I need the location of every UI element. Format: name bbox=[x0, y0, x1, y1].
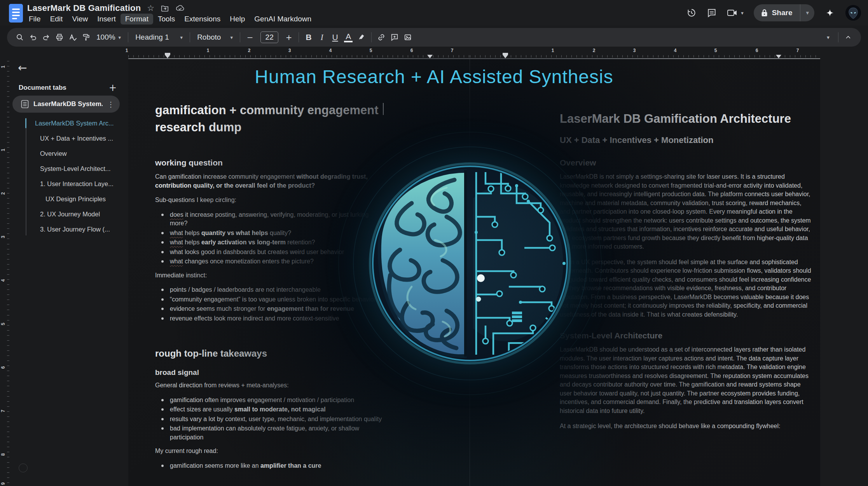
meet-caret-icon[interactable]: ▾ bbox=[741, 10, 744, 16]
undo-icon[interactable] bbox=[26, 31, 40, 44]
insert-image-icon[interactable] bbox=[401, 31, 414, 44]
redo-icon[interactable] bbox=[40, 31, 53, 44]
indent-marker[interactable] bbox=[503, 55, 508, 58]
menu-genai-markdown[interactable]: GenAI Markdown bbox=[250, 14, 316, 24]
add-tab-button[interactable]: + bbox=[109, 82, 117, 93]
indent-marker[interactable] bbox=[427, 55, 433, 58]
bullet-dot bbox=[155, 405, 170, 414]
page-seam bbox=[470, 59, 470, 486]
insert-link-icon[interactable] bbox=[375, 31, 388, 44]
increase-font-size-button[interactable]: + bbox=[282, 31, 295, 44]
bullet-item: bad implementation can absolutely create… bbox=[155, 424, 404, 442]
bold-button[interactable]: B bbox=[302, 33, 315, 42]
ruler-h-label: 1 bbox=[207, 48, 210, 53]
outline-item-6[interactable]: UX Design Principles bbox=[12, 192, 123, 207]
zoom-select[interactable]: 100% ▾ bbox=[93, 33, 125, 42]
cloud-status-icon[interactable] bbox=[175, 4, 185, 12]
paragraph-style-select[interactable]: Heading 1 ▾ bbox=[131, 33, 187, 42]
outline-item-1[interactable]: LaserMarkDB System Arc... bbox=[12, 116, 123, 131]
bullet-dot bbox=[155, 462, 170, 470]
avatar[interactable] bbox=[845, 5, 861, 21]
text-run: amplifier than a cure bbox=[260, 462, 321, 469]
print-icon[interactable] bbox=[53, 31, 66, 44]
bullet-item: gamification seems more like an amplifie… bbox=[155, 462, 404, 470]
block-bullets: gamification often improves engagement /… bbox=[155, 396, 404, 442]
explore-button[interactable] bbox=[19, 463, 28, 472]
ruler-h-label: 2 bbox=[593, 48, 596, 53]
bullet-text: points / badges / leaderboards are not i… bbox=[170, 286, 404, 294]
text-run: research dump bbox=[155, 120, 241, 134]
move-folder-icon[interactable] bbox=[161, 4, 169, 12]
zoom-value: 100% bbox=[96, 33, 115, 42]
paint-format-icon[interactable] bbox=[79, 31, 93, 44]
menu-tools[interactable]: Tools bbox=[153, 14, 180, 24]
text-run: what bbox=[170, 230, 183, 236]
menu-edit[interactable]: Edit bbox=[45, 14, 68, 24]
text-cursor bbox=[383, 103, 384, 115]
document-main-headline[interactable]: Human Research + AI Assisted Synthesis bbox=[0, 66, 868, 87]
back-arrow-button[interactable]: ← bbox=[18, 61, 27, 74]
add-comment-icon[interactable] bbox=[388, 31, 401, 44]
tab-options-kebab-icon[interactable]: ⋮ bbox=[107, 100, 114, 108]
ruler-h-label: 6 bbox=[756, 48, 758, 53]
horizontal-ruler[interactable]: 112345671234567 bbox=[0, 47, 868, 58]
bullet-text: “community engagement” is too vague unle… bbox=[170, 295, 404, 304]
share-caret-icon[interactable]: ▾ bbox=[800, 9, 814, 16]
meet-video-icon[interactable]: ▾ bbox=[727, 8, 744, 17]
bullet-dot bbox=[155, 305, 170, 314]
ruler-v-label: 9 bbox=[0, 483, 6, 485]
decrease-font-size-button[interactable]: − bbox=[243, 31, 257, 44]
app-bar: LaserMark DB Gamification ☆ FileEditView… bbox=[0, 0, 868, 26]
outline-item-5[interactable]: 1. User Interaction Laye... bbox=[12, 176, 123, 192]
menu-extensions[interactable]: Extensions bbox=[180, 14, 225, 24]
font-size-input[interactable]: 22 bbox=[260, 31, 278, 43]
bullet-text: revenue effects look more indirect and m… bbox=[170, 314, 404, 323]
menu-view[interactable]: View bbox=[67, 14, 93, 24]
block-bullets: points / badges / leaderboards are not i… bbox=[155, 286, 404, 323]
indent-marker[interactable] bbox=[776, 55, 781, 58]
bullet-text: what looks good in dashboards but create… bbox=[170, 248, 404, 257]
version-history-icon[interactable] bbox=[686, 8, 697, 18]
menu-help[interactable]: Help bbox=[225, 14, 250, 24]
indent-marker[interactable] bbox=[165, 55, 170, 58]
menu-insert[interactable]: Insert bbox=[93, 14, 121, 24]
menu-file[interactable]: File bbox=[24, 14, 45, 24]
bullet-text: what helps early activation vs long-term… bbox=[170, 238, 404, 247]
ruler-v-label: 5 bbox=[0, 323, 6, 326]
outline-item-4[interactable]: System-Level Architect... bbox=[12, 161, 123, 176]
italic-button[interactable]: I bbox=[315, 33, 328, 42]
page-spread[interactable]: gamification + community engagement rese… bbox=[128, 58, 820, 486]
search-menus-icon[interactable] bbox=[13, 31, 26, 44]
vertical-ruler[interactable]: 1123456789 bbox=[0, 58, 10, 486]
gemini-sparkle-icon[interactable] bbox=[824, 7, 835, 18]
left-page-text[interactable]: gamification + community engagement rese… bbox=[155, 102, 404, 475]
outline-item-7[interactable]: 2. UX Journey Model bbox=[12, 207, 123, 222]
bullet-item: points / badges / leaderboards are not i… bbox=[155, 286, 404, 294]
comments-icon[interactable] bbox=[707, 8, 717, 18]
hide-menus-icon[interactable] bbox=[842, 31, 855, 44]
outline-item-3[interactable]: Overview bbox=[12, 146, 123, 161]
active-document-tab[interactable]: LaserMarkDB System... ⋮ bbox=[12, 96, 120, 113]
text-run: early activation vs long-term bbox=[201, 239, 286, 246]
editing-mode-caret-icon[interactable]: ▾ bbox=[827, 34, 830, 40]
document-title[interactable]: LaserMark DB Gamification bbox=[27, 3, 141, 13]
block-p: Sub-questions I keep circling: bbox=[155, 196, 404, 205]
share-button[interactable]: Share ▾ bbox=[754, 4, 814, 21]
right-page-text[interactable]: LaserMark DB Gamification ArchitectureUX… bbox=[560, 110, 813, 437]
star-icon[interactable]: ☆ bbox=[147, 4, 154, 12]
text-run: it increase posting, answering, verifyin… bbox=[183, 211, 369, 218]
left-doc-heading: gamification + community engagement rese… bbox=[155, 102, 404, 136]
ruler-h-label: 5 bbox=[370, 48, 372, 53]
docs-logo-icon[interactable] bbox=[9, 3, 23, 23]
outline-item-8[interactable]: 3. User Journey Flow (... bbox=[12, 222, 123, 237]
font-select[interactable]: Roboto ▾ bbox=[193, 33, 237, 42]
outline-item-2[interactable]: UX + Data + Incentives ... bbox=[12, 131, 123, 146]
menu-format[interactable]: Format bbox=[121, 14, 153, 24]
text-run: gamification + community engagement bbox=[155, 103, 382, 117]
spellcheck-icon[interactable] bbox=[66, 31, 79, 44]
highlight-color-icon[interactable] bbox=[355, 31, 368, 44]
outline-active-indicator bbox=[25, 118, 26, 128]
doc-tab-icon bbox=[21, 100, 29, 108]
text-color-button[interactable]: A bbox=[344, 32, 353, 42]
underline-button[interactable]: U bbox=[328, 33, 342, 42]
